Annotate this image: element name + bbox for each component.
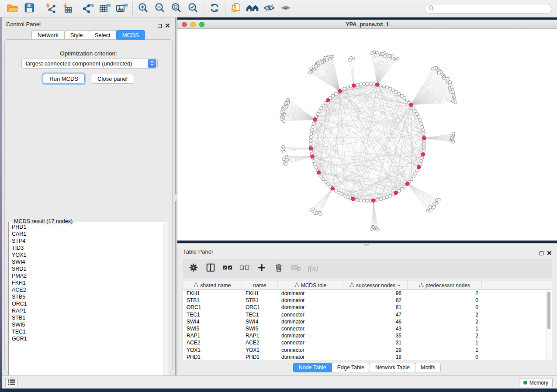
optimization-criterion-select[interactable]: largest connected component (undirected) [21,58,158,69]
close-panel-icon[interactable] [165,22,170,30]
memory-button[interactable]: Memory [519,378,553,387]
zoom-in-button[interactable] [135,1,152,16]
network-node[interactable] [392,89,395,92]
close-window-icon[interactable] [182,22,187,27]
network-node[interactable] [400,187,403,190]
maximize-window-icon[interactable] [199,22,204,27]
search-input[interactable] [434,5,552,13]
column-header[interactable]: successor nodes [343,281,408,289]
float-panel-icon[interactable] [158,24,162,28]
network-node[interactable] [312,122,315,125]
network-node[interactable] [334,189,337,193]
minimize-window-icon[interactable] [190,22,196,27]
network-node[interactable] [422,129,425,132]
network-node[interactable] [415,169,419,172]
network-node[interactable] [422,146,426,149]
network-node[interactable] [389,194,392,197]
network-node[interactable] [310,129,313,132]
network-node[interactable] [422,142,426,145]
import-table-button[interactable] [59,1,76,16]
network-node[interactable] [376,198,379,201]
task-history-button[interactable] [5,378,17,387]
network-node[interactable] [419,119,422,122]
network-node[interactable] [452,132,455,135]
network-node[interactable] [373,83,376,86]
tab-mcds[interactable]: MCDS [116,30,145,40]
mcds-dominator-node[interactable] [409,103,412,107]
network-node[interactable] [356,198,359,201]
network-node[interactable] [414,172,417,175]
network-node[interactable] [282,120,285,123]
tab-node-table[interactable]: Node Table [293,363,332,372]
close-panel-icon[interactable] [547,249,552,257]
network-node[interactable] [395,90,398,93]
add-column-button[interactable] [255,262,268,275]
duplicate-network-button[interactable] [228,1,244,16]
network-node[interactable] [309,136,312,139]
table-row[interactable]: PHD1PHD1dominator180 [183,354,552,360]
network-node[interactable] [412,107,415,110]
mcds-result-item[interactable]: TID3 [12,244,163,251]
mcds-result-item[interactable]: ORC1 [12,300,163,307]
network-node[interactable] [322,178,325,181]
network-node[interactable] [403,96,406,100]
mcds-dominator-node[interactable] [394,191,398,195]
tab-edge-table[interactable]: Edge Table [332,363,370,372]
network-node[interactable] [326,183,329,186]
column-header[interactable]: MCDS role [278,281,343,289]
table-row[interactable]: SWI4SWI4dominator462 [183,318,552,325]
network-node[interactable] [340,193,343,196]
save-session-button[interactable] [21,1,38,16]
table-scrollbar-thumb[interactable] [547,292,550,329]
table-row[interactable]: ACE2ACE2connector311 [183,339,552,346]
network-node[interactable] [421,156,424,159]
network-node[interactable] [348,58,351,62]
network-node[interactable] [343,194,346,197]
network-node[interactable] [282,150,285,153]
network-node[interactable] [309,142,312,145]
network-node[interactable] [420,159,423,162]
column-header[interactable]: shared name [183,281,242,289]
close-panel-button[interactable]: Close panel [91,74,134,84]
network-node[interactable] [311,125,314,128]
network-node[interactable] [356,83,359,86]
network-node[interactable] [374,53,377,56]
table-row[interactable]: STB1STB1dominator620 [183,297,552,304]
network-node[interactable] [386,196,389,199]
network-node[interactable] [410,178,413,181]
mcds-result-item[interactable]: PHD1 [12,224,163,230]
mcds-dominator-node[interactable] [421,153,425,156]
mcds-dominator-node[interactable] [406,182,409,186]
splitter-grip[interactable] [364,244,369,246]
network-node[interactable] [319,213,322,216]
network-node[interactable] [316,113,319,116]
network-node[interactable] [415,113,419,116]
table-row[interactable]: RAP1RAP1dominator352 [183,332,552,339]
network-node[interactable] [359,83,362,86]
tab-select[interactable]: Select [89,30,117,40]
mcds-dominator-node[interactable] [311,155,314,158]
delete-table-button[interactable] [289,262,302,275]
mcds-result-item[interactable]: FKH1 [12,279,163,286]
tab-motifs[interactable]: Motifs [415,363,441,372]
network-node[interactable] [334,92,337,95]
show-all-button[interactable] [277,1,294,16]
network-node[interactable] [377,228,380,231]
network-node[interactable] [343,87,346,90]
run-mcds-button[interactable]: Run MCDS [43,74,85,84]
network-node[interactable] [422,149,425,152]
mcds-dominator-node[interactable] [309,147,313,150]
export-image-button[interactable] [114,1,130,16]
column-header[interactable]: predecessor nodes [408,281,482,289]
network-node[interactable] [398,189,401,193]
network-node[interactable] [309,139,312,142]
network-node[interactable] [386,86,389,89]
mcds-result-item[interactable]: SWI4 [12,258,163,265]
mcds-dominator-node[interactable] [313,117,317,121]
mcds-dominator-node[interactable] [338,89,342,93]
mcds-result-item[interactable]: YOX1 [12,251,163,258]
network-node[interactable] [359,199,362,202]
mcds-dominator-node[interactable] [417,165,421,168]
float-panel-icon[interactable] [540,251,543,255]
tab-network-table[interactable]: Network Table [370,363,415,372]
